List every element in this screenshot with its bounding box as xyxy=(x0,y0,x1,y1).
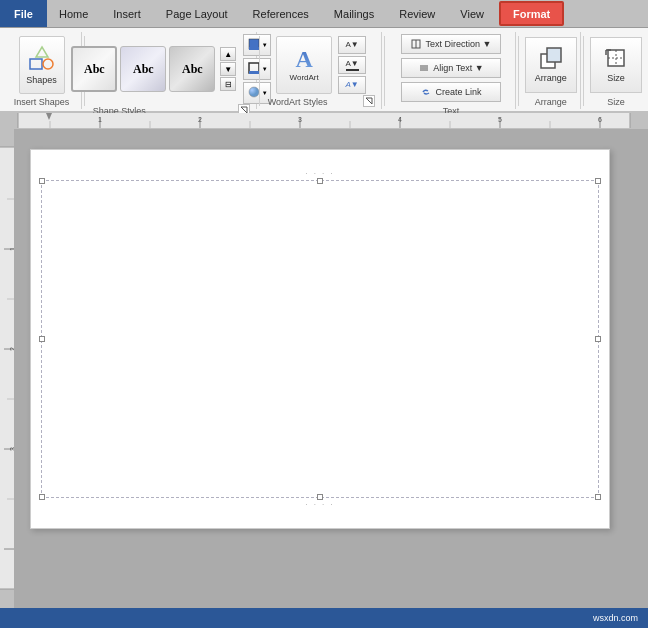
svg-point-1 xyxy=(43,59,53,69)
ribbon-content: Shapes Insert Shapes Abc Abc Abc ▲ ▼ ⊟ xyxy=(0,28,648,113)
svg-rect-6 xyxy=(249,71,259,74)
ribbon-tabs: File Home Insert Page Layout References … xyxy=(0,0,648,28)
size-label: Size xyxy=(607,73,625,83)
status-bar: wsxdn.com xyxy=(0,608,648,628)
arrange-group-label: Arrange xyxy=(535,95,567,107)
svg-line-9 xyxy=(366,98,372,104)
svg-rect-25 xyxy=(630,113,648,129)
shape-style-btn-1[interactable]: Abc xyxy=(71,46,117,92)
svg-text:3: 3 xyxy=(298,116,302,123)
text-fill-label: A▼ xyxy=(346,40,359,49)
size-group-label: Size xyxy=(607,95,625,107)
styles-side-buttons: ▲ ▼ ⊟ xyxy=(220,47,236,91)
svg-rect-4 xyxy=(249,47,259,50)
styles-down-btn[interactable]: ▼ xyxy=(220,62,236,76)
ruler-svg: 1 2 3 4 5 6 xyxy=(0,113,648,129)
align-text-btn[interactable]: Align Text ▼ xyxy=(401,58,501,78)
textbox-top-indicator: · · · · xyxy=(305,169,335,178)
text-fill-btn[interactable]: A▼ xyxy=(338,36,366,54)
tab-file[interactable]: File xyxy=(0,0,47,27)
svg-text:2: 2 xyxy=(198,116,202,123)
handle-top-left[interactable] xyxy=(39,178,45,184)
arrange-content: Arrange xyxy=(525,34,577,95)
arrange-label: Arrange xyxy=(535,73,567,83)
svg-rect-0 xyxy=(30,59,42,69)
create-link-label: Create Link xyxy=(435,87,481,97)
svg-text:4: 4 xyxy=(398,116,402,123)
divider-3 xyxy=(384,36,385,106)
svg-text:1: 1 xyxy=(9,247,14,251)
document-page: · · · · · · · · xyxy=(30,149,610,529)
tab-references[interactable]: References xyxy=(241,0,322,27)
svg-rect-46 xyxy=(0,129,14,608)
shape-styles-content: Abc Abc Abc ▲ ▼ ⊟ ▼ xyxy=(71,34,271,104)
wordart-small-buttons: A▼ A▼ A▼ xyxy=(338,36,366,94)
size-content: Size xyxy=(590,34,642,95)
shape-style-btn-3[interactable]: Abc xyxy=(169,46,215,92)
text-group: Text Direction ▼ Align Text ▼ Create Lin… xyxy=(386,32,516,109)
tab-format[interactable]: Format xyxy=(499,1,564,26)
handle-top-middle[interactable] xyxy=(317,178,323,184)
text-direction-label: Text Direction ▼ xyxy=(425,39,491,49)
svg-text:3: 3 xyxy=(9,447,14,451)
wordart-styles-group: A WordArt A▼ A▼ A▼ WordArt Styles xyxy=(262,32,382,109)
tab-view[interactable]: View xyxy=(448,0,497,27)
svg-point-7 xyxy=(249,87,259,97)
svg-text:5: 5 xyxy=(498,116,502,123)
svg-rect-23 xyxy=(0,113,18,129)
wordart-abc-icon: A xyxy=(295,47,312,71)
svg-text:6: 6 xyxy=(598,116,602,123)
wordart-content: A WordArt A▼ A▼ A▼ xyxy=(276,34,366,95)
tab-insert[interactable]: Insert xyxy=(101,0,154,27)
text-direction-btn[interactable]: Text Direction ▼ xyxy=(401,34,501,54)
create-link-btn[interactable]: Create Link xyxy=(401,82,501,102)
text-btn-row-2: Align Text ▼ xyxy=(401,58,501,78)
styles-more-btn[interactable]: ⊟ xyxy=(220,77,236,91)
horizontal-ruler: 1 2 3 4 5 6 xyxy=(0,113,648,129)
text-box[interactable]: · · · · · · · · xyxy=(41,180,599,498)
handle-middle-right[interactable] xyxy=(595,336,601,342)
handle-bottom-right[interactable] xyxy=(595,494,601,500)
handle-bottom-left[interactable] xyxy=(39,494,45,500)
divider-4 xyxy=(518,36,519,106)
wordart-button[interactable]: A WordArt xyxy=(276,36,332,94)
wordart-styles-label: WordArt Styles xyxy=(268,95,328,107)
shape-styles-group: Abc Abc Abc ▲ ▼ ⊟ ▼ xyxy=(87,32,257,109)
shapes-icon xyxy=(28,45,56,73)
tab-home[interactable]: Home xyxy=(47,0,101,27)
text-outline-label: A▼ xyxy=(346,59,359,71)
wordart-expand[interactable] xyxy=(363,95,375,107)
tab-page-layout[interactable]: Page Layout xyxy=(154,0,241,27)
align-text-label: Align Text ▼ xyxy=(433,63,483,73)
handle-middle-left[interactable] xyxy=(39,336,45,342)
arrange-icon xyxy=(539,46,563,70)
wordart-label: WordArt xyxy=(290,73,319,82)
svg-text:2: 2 xyxy=(9,347,14,351)
insert-shapes-content: Shapes xyxy=(19,34,65,95)
svg-rect-47 xyxy=(0,129,14,147)
shape-style-btn-2[interactable]: Abc xyxy=(120,46,166,92)
tab-mailings[interactable]: Mailings xyxy=(322,0,387,27)
shapes-button[interactable]: Shapes xyxy=(19,36,65,94)
divider-2 xyxy=(259,36,260,106)
text-content: Text Direction ▼ Align Text ▼ Create Lin… xyxy=(401,34,501,104)
size-button[interactable]: Size xyxy=(590,37,642,93)
text-outline-btn[interactable]: A▼ xyxy=(338,56,366,74)
size-group: Size Size xyxy=(586,32,646,109)
svg-rect-48 xyxy=(0,589,14,608)
watermark: wsxdn.com xyxy=(593,613,638,623)
svg-rect-16 xyxy=(547,48,561,62)
size-icon xyxy=(604,46,628,70)
text-effects-btn[interactable]: A▼ xyxy=(338,76,366,94)
textbox-bottom-indicator: · · · · xyxy=(305,500,335,509)
vertical-ruler: 1 2 3 xyxy=(0,129,14,608)
styles-up-btn[interactable]: ▲ xyxy=(220,47,236,61)
tab-review[interactable]: Review xyxy=(387,0,448,27)
text-effects-label: A▼ xyxy=(346,80,359,89)
text-btn-row-3: Create Link xyxy=(401,82,501,102)
arrange-button[interactable]: Arrange xyxy=(525,37,577,93)
shapes-label: Shapes xyxy=(26,75,57,85)
svg-text:1: 1 xyxy=(98,116,102,123)
handle-top-right[interactable] xyxy=(595,178,601,184)
text-btn-row-1: Text Direction ▼ xyxy=(401,34,501,54)
